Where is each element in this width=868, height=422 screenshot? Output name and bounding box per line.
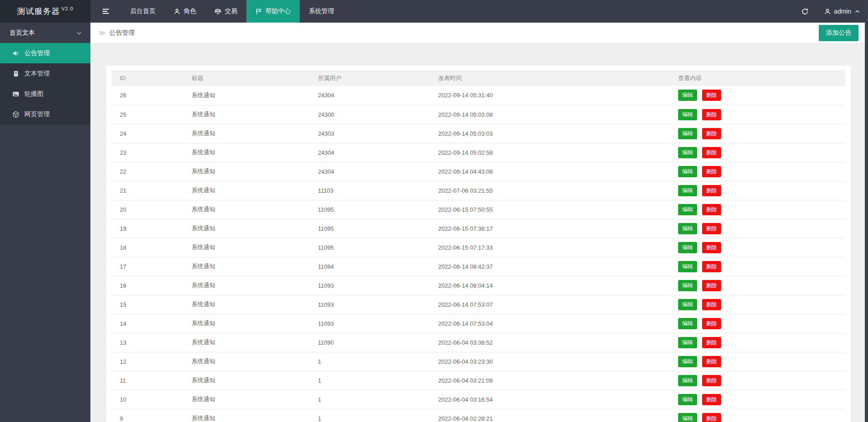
- edit-button[interactable]: 编辑: [678, 204, 697, 215]
- delete-button[interactable]: 删除: [702, 147, 721, 158]
- delete-button[interactable]: 删除: [702, 166, 721, 177]
- nav-item-system-management[interactable]: 系统管理: [300, 0, 343, 23]
- add-announcement-button[interactable]: 添加公告: [819, 25, 859, 41]
- cell-actions: 编辑 删除: [670, 295, 845, 314]
- header-owner-user: 所属用户: [310, 70, 430, 86]
- cell-actions: 编辑 删除: [670, 181, 845, 200]
- cell-owner-user: 1: [310, 352, 430, 371]
- cell-title: 系统通知: [184, 86, 310, 105]
- sidebar-item-carousel[interactable]: 轮播图: [0, 84, 90, 104]
- edit-button[interactable]: 编辑: [678, 147, 697, 158]
- app-logo: 测试服务器 V2.0: [0, 0, 90, 23]
- cell-title: 系统通知: [184, 219, 310, 238]
- edit-button[interactable]: 编辑: [678, 223, 697, 234]
- nav-item-backend-home[interactable]: 后台首页: [121, 0, 165, 23]
- nav-item-trade[interactable]: 交易: [205, 0, 246, 23]
- cell-actions: 编辑 删除: [670, 257, 845, 276]
- edit-button[interactable]: 编辑: [678, 90, 697, 101]
- delete-button[interactable]: 删除: [702, 413, 721, 422]
- delete-button[interactable]: 删除: [702, 394, 721, 405]
- delete-button[interactable]: 删除: [702, 204, 721, 215]
- edit-button[interactable]: 编辑: [678, 337, 697, 348]
- nav-item-help-center[interactable]: 帮助中心: [246, 0, 300, 23]
- delete-button[interactable]: 删除: [702, 356, 721, 367]
- cell-actions: 编辑 删除: [670, 219, 845, 238]
- sidebar-item-label: 网页管理: [24, 110, 50, 119]
- user-menu[interactable]: admin: [816, 0, 868, 23]
- cell-actions: 编辑 删除: [670, 86, 845, 105]
- table-row: 25 系统通知 24300 2022-09-14 05:03:08 编辑 删除: [112, 105, 845, 124]
- cell-id: 16: [112, 276, 184, 295]
- delete-button[interactable]: 删除: [702, 375, 721, 386]
- scales-icon: [214, 8, 222, 15]
- delete-button[interactable]: 删除: [702, 223, 721, 234]
- cell-id: 10: [112, 390, 184, 409]
- nav-item-label: 交易: [225, 7, 237, 15]
- cell-publish-time: 2022-06-04 03:23:30: [430, 352, 670, 371]
- delete-button[interactable]: 删除: [702, 299, 721, 310]
- cell-title: 系统通知: [184, 181, 310, 200]
- edit-button[interactable]: 编辑: [678, 356, 697, 367]
- cell-owner-user: 11095: [310, 238, 430, 257]
- edit-button[interactable]: 编辑: [678, 394, 697, 405]
- sidebar-item-label: 轮播图: [24, 90, 43, 98]
- cell-id: 24: [112, 124, 184, 143]
- cell-title: 系统通知: [184, 390, 310, 409]
- delete-button[interactable]: 删除: [702, 280, 721, 291]
- sidebar-group-home-text[interactable]: 首页文本: [0, 23, 90, 43]
- app-version: V2.0: [61, 6, 74, 11]
- cell-title: 系统通知: [184, 409, 310, 422]
- cell-publish-time: 2022-09-14 05:02:58: [430, 143, 670, 162]
- cell-actions: 编辑 删除: [670, 390, 845, 409]
- table-row: 26 系统通知 24304 2022-09-14 05:31:40 编辑 删除: [112, 86, 845, 105]
- delete-button[interactable]: 删除: [702, 185, 721, 196]
- cell-id: 20: [112, 200, 184, 219]
- edit-button[interactable]: 编辑: [678, 413, 697, 422]
- cell-actions: 编辑 删除: [670, 238, 845, 257]
- edit-button[interactable]: 编辑: [678, 166, 697, 177]
- refresh-button[interactable]: [793, 0, 816, 23]
- cell-owner-user: 11103: [310, 181, 430, 200]
- delete-button[interactable]: 删除: [702, 90, 721, 101]
- sidebar-item-text-management[interactable]: 文本管理: [0, 63, 90, 84]
- sidebar-item-label: 文本管理: [24, 70, 50, 78]
- edit-button[interactable]: 编辑: [678, 109, 697, 120]
- delete-button[interactable]: 删除: [702, 242, 721, 253]
- app-title: 测试服务器: [17, 6, 60, 17]
- cell-publish-time: 2022-06-15 07:17:33: [430, 238, 670, 257]
- edit-button[interactable]: 编辑: [678, 185, 697, 196]
- cell-title: 系统通知: [184, 257, 310, 276]
- edit-button[interactable]: 编辑: [678, 299, 697, 310]
- nav-item-role[interactable]: 角色: [165, 0, 205, 23]
- delete-button[interactable]: 删除: [702, 128, 721, 139]
- cell-publish-time: 2022-06-14 08:42:37: [430, 257, 670, 276]
- cell-id: 14: [112, 314, 184, 333]
- cell-publish-time: 2022-09-14 05:03:08: [430, 105, 670, 124]
- edit-button[interactable]: 编辑: [678, 280, 697, 291]
- cell-actions: 编辑 删除: [670, 200, 845, 219]
- delete-button[interactable]: 删除: [702, 261, 721, 272]
- delete-button[interactable]: 删除: [702, 318, 721, 329]
- delete-button[interactable]: 删除: [702, 337, 721, 348]
- edit-button[interactable]: 编辑: [678, 375, 697, 386]
- sidebar-item-webpage-management[interactable]: 网页管理: [0, 104, 90, 124]
- edit-button[interactable]: 编辑: [678, 261, 697, 272]
- page-topbar: ≫ 公告管理 添加公告: [90, 23, 868, 43]
- header-publish-time: 发表时间: [430, 70, 670, 86]
- user-icon: [174, 8, 180, 15]
- edit-button[interactable]: 编辑: [678, 318, 697, 329]
- delete-button[interactable]: 删除: [702, 109, 721, 120]
- header-id: ID: [112, 70, 184, 86]
- table-row: 23 系统通知 24304 2022-09-14 05:02:58 编辑 删除: [112, 143, 845, 162]
- cell-actions: 编辑 删除: [670, 162, 845, 181]
- cell-title: 系统通知: [184, 276, 310, 295]
- cell-owner-user: 11093: [310, 314, 430, 333]
- scrollbar[interactable]: [865, 0, 868, 422]
- edit-button[interactable]: 编辑: [678, 242, 697, 253]
- cube-icon: [12, 111, 19, 118]
- cell-id: 11: [112, 371, 184, 390]
- edit-button[interactable]: 编辑: [678, 128, 697, 139]
- sidebar-collapse-button[interactable]: [90, 0, 121, 23]
- sidebar-item-announcement-management[interactable]: 公告管理: [0, 43, 90, 63]
- user-icon: [824, 8, 831, 15]
